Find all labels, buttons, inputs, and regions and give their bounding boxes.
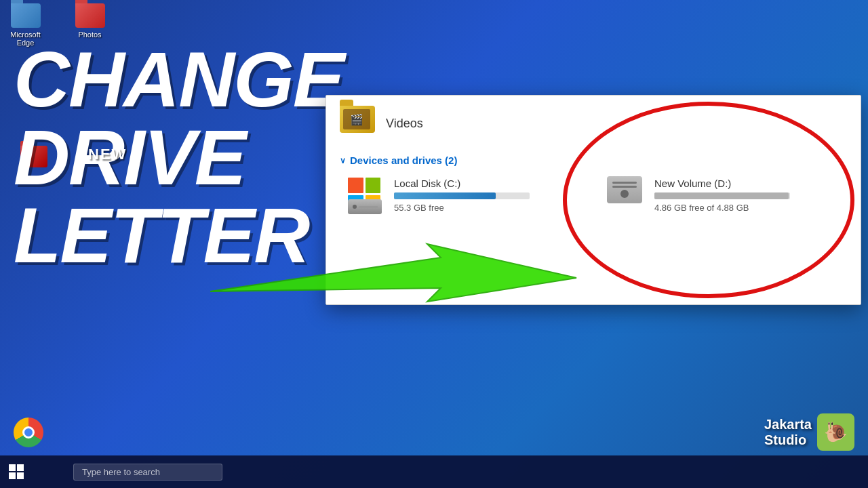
start-sq-2 bbox=[17, 464, 24, 471]
title-line3: LETTER bbox=[14, 197, 343, 274]
chrome-icon[interactable] bbox=[14, 418, 43, 447]
drive-c-info: Local Disk (C:) 55.3 GB free bbox=[394, 178, 580, 213]
hdd-icon bbox=[607, 176, 642, 203]
hdd-line-1 bbox=[612, 182, 637, 184]
start-sq-3 bbox=[9, 472, 16, 479]
watermark-logo: 🐌 bbox=[817, 413, 854, 451]
chevron-icon: ∨ bbox=[340, 156, 346, 165]
drives-container: Local Disk (C:) 55.3 GB free bbox=[340, 176, 847, 214]
hdd-line-2 bbox=[612, 186, 637, 188]
drive-c-bar bbox=[394, 192, 496, 199]
win-quad-green bbox=[366, 178, 381, 193]
win-quad-red bbox=[348, 178, 363, 193]
taskbar: Type here to search bbox=[0, 455, 868, 488]
edge-icon bbox=[11, 3, 41, 28]
drive-d-item[interactable]: New Volume (D:) 4.86 GB free of 4.88 GB bbox=[607, 176, 840, 214]
new-badge: NEW bbox=[88, 146, 127, 163]
drive-d-name: New Volume (D:) bbox=[654, 178, 840, 189]
start-grid bbox=[9, 464, 24, 479]
start-sq-4 bbox=[17, 472, 24, 479]
drive-c-icon bbox=[347, 176, 384, 214]
watermark-jakarta: Jakarta bbox=[764, 417, 812, 432]
explorer-window: 🎬 Videos ∨ Devices and drives (2) bbox=[326, 95, 861, 305]
watermark-studio: Studio bbox=[764, 432, 812, 448]
drive-d-info: New Volume (D:) 4.86 GB free of 4.88 GB bbox=[654, 178, 840, 213]
section-header: ∨ Devices and drives (2) bbox=[340, 155, 847, 166]
chrome-center bbox=[22, 426, 35, 439]
taskbar-search[interactable]: Type here to search bbox=[73, 464, 222, 481]
drive-d-space: 4.86 GB free of 4.88 GB bbox=[654, 203, 840, 213]
drive-c-space: 55.3 GB free bbox=[394, 203, 580, 213]
drive-c-bar-container bbox=[394, 192, 530, 199]
drive-c-name: Local Disk (C:) bbox=[394, 178, 580, 189]
watermark-emoji: 🐌 bbox=[824, 421, 848, 443]
drive-d-bar bbox=[654, 192, 789, 199]
videos-row[interactable]: 🎬 Videos bbox=[340, 106, 847, 141]
search-placeholder: Type here to search bbox=[82, 467, 160, 477]
start-sq-1 bbox=[9, 464, 16, 471]
videos-label: Videos bbox=[386, 117, 423, 131]
drive-d-bar-container bbox=[654, 192, 790, 199]
title-line1: CHANGE bbox=[14, 41, 343, 119]
main-title: CHANGE DRIVE LETTER bbox=[14, 41, 343, 274]
section-title: Devices and drives (2) bbox=[350, 155, 457, 166]
watermark: Jakarta Studio 🐌 bbox=[764, 413, 854, 451]
drive-c-item[interactable]: Local Disk (C:) 55.3 GB free bbox=[347, 176, 580, 214]
drive-d-icon bbox=[607, 176, 645, 214]
title-line2: DRIVE bbox=[14, 119, 343, 197]
start-button[interactable] bbox=[0, 455, 33, 488]
watermark-text-block: Jakarta Studio bbox=[764, 417, 812, 448]
photos-icon bbox=[75, 3, 105, 28]
